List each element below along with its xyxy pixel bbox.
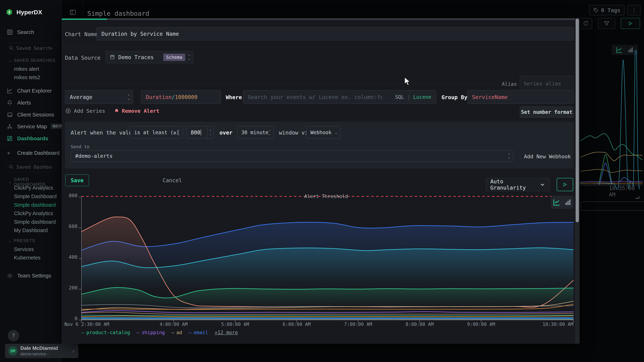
granularity-select[interactable]: Auto Granularity [486, 178, 550, 191]
add-series-button[interactable]: Add Series [65, 108, 105, 114]
alert-window-select[interactable]: 30 minute ⌃⌄ [237, 126, 274, 139]
refresh-button[interactable] [580, 18, 592, 29]
sidebar-item-alerts[interactable]: Alerts [0, 98, 62, 108]
field-expression[interactable]: Duration/1000000 [141, 90, 221, 104]
create-dashboard-button[interactable]: + Create Dashboard [0, 148, 62, 158]
alias-input[interactable] [520, 76, 573, 91]
saved-dashboard-item-active[interactable]: Simple dashboard [14, 202, 56, 208]
alert-prefix: Alert when the value [71, 130, 135, 136]
saved-dashboard-item: Simple dashboard [14, 219, 56, 225]
legend-item[interactable]: —shipping [136, 330, 165, 335]
alias-field[interactable] [520, 76, 574, 91]
alias-label: Alias [502, 81, 517, 87]
data-source-value: Demo Traces [118, 54, 163, 60]
legend-item[interactable]: —product-catalog [82, 330, 130, 335]
add-new-webhook-link[interactable]: Add New Webhook [524, 154, 571, 160]
screen: 0 Tags ⋮ 10:35:00 AM Simple dashboard Hy… [0, 0, 644, 362]
refresh-icon [583, 20, 589, 26]
legend-item[interactable]: —email [188, 330, 208, 335]
sidebar-item-team-settings[interactable]: Team Settings [0, 271, 62, 281]
where-field[interactable]: SQL | Lucene [243, 90, 436, 104]
background-axis-time: 10:35:00 AM [609, 185, 644, 198]
alert-channel-select[interactable]: Webhook ⌄ [306, 126, 340, 139]
background-run-button[interactable] [621, 18, 640, 29]
kebab-icon: ⋮ [631, 6, 637, 14]
alert-threshold-label: Alert Threshold [299, 193, 353, 199]
sidebar-divider [0, 144, 62, 144]
saved-dashboard-item[interactable]: Simple Dashboard [14, 193, 57, 199]
chevron-down-icon: ⌄ [8, 238, 12, 243]
save-button[interactable]: Save [65, 175, 89, 186]
legend-item[interactable]: —ad [171, 330, 182, 335]
tab-indicator [62, 18, 107, 20]
chevron-down-icon: ⌄ [8, 180, 12, 184]
y-tick-label: 600 [58, 223, 78, 229]
select-chevrons-icon: ⌄ [335, 131, 337, 134]
select-chevrons-icon: ⌃⌄ [178, 130, 180, 135]
page-title: Simple dashboard [87, 10, 149, 17]
chart-type-toggle[interactable] [551, 196, 574, 209]
alert-condition-select[interactable]: is at least (≥) ⌃⌄ [130, 126, 183, 139]
saved-searches-header[interactable]: ⌄ SAVED SEARCHES [8, 58, 56, 63]
chart-legend: —product-catalog —shipping —ad —email +1… [82, 329, 238, 336]
saved-searches-search[interactable] [5, 43, 57, 53]
chart-name-label: Chart Name [65, 31, 97, 37]
gear-icon [7, 273, 13, 279]
aggregation-select[interactable]: Average ⌃⌄ [65, 90, 133, 104]
help-button[interactable]: ? [8, 330, 19, 341]
sidebar-collapse-icon[interactable] [70, 9, 76, 16]
select-chevrons-icon: ⌃⌄ [128, 95, 130, 100]
saved-dashboard-item[interactable]: ClickPy Analytics [14, 185, 53, 191]
x-tick-label: Nov 6 2:30:00 AM [64, 322, 109, 327]
sidebar-item-client-sessions[interactable]: Client Sessions [0, 110, 62, 120]
webhook-destination-select[interactable]: #demo-alerts ⌃⌄ [71, 150, 513, 162]
preset-item[interactable]: Services [14, 246, 34, 252]
schema-badge[interactable]: Schema [163, 54, 185, 61]
tags-button[interactable]: 0 Tags [589, 5, 624, 15]
duration-chart[interactable] [78, 195, 577, 324]
saved-dashboard-item[interactable]: My Dashboard [14, 227, 48, 233]
alert-threshold-field[interactable]: 800 ⌃⌄ [186, 126, 214, 139]
dashboards-grid-icon [7, 136, 13, 141]
cancel-button[interactable]: Cancel [160, 175, 185, 186]
chart-name-field[interactable] [96, 27, 574, 40]
x-tick-label: 6:00:00 AM [283, 322, 311, 327]
y-tick-label: 200 [58, 285, 78, 291]
lucene-toggle[interactable]: Lucene [413, 94, 431, 100]
saved-search-item[interactable]: mikes tets2 [14, 74, 40, 80]
data-source-label: Data Source [65, 55, 100, 61]
chart-name-input[interactable] [97, 27, 573, 40]
service-map-icon [7, 124, 13, 129]
legend-more-link[interactable]: +12 more [215, 330, 238, 335]
saved-searches-input[interactable] [16, 45, 52, 51]
x-tick-label: 9:00:00 AM [467, 322, 495, 327]
preset-item[interactable]: Kubernetes [14, 255, 40, 261]
group-by-field[interactable]: ServiceName [467, 90, 574, 104]
resize-handle-icon[interactable] [636, 196, 639, 199]
set-number-format-button[interactable]: Set number format [520, 107, 574, 118]
scrollbar-thumb[interactable] [576, 18, 579, 222]
saved-dashboards-search[interactable] [5, 162, 57, 172]
data-source-select[interactable]: Demo Traces Schema ⌃⌄ [106, 51, 193, 63]
brand[interactable]: HyperDX [0, 7, 62, 17]
sidebar-item-chart-explorer[interactable]: Chart Explorer [0, 86, 62, 96]
query-language-toggle[interactable]: SQL | Lucene [395, 94, 431, 100]
saved-search-item[interactable]: mikes alert [14, 66, 39, 72]
sidebar-item-search[interactable]: Search [0, 27, 62, 37]
group-by-value: ServiceName [472, 94, 508, 100]
plus-icon: + [7, 150, 13, 157]
more-options-button[interactable]: ⋮ [627, 5, 640, 15]
tab-indicator-track [107, 18, 575, 20]
database-icon [110, 54, 115, 60]
number-stepper[interactable]: ⌃⌄ [207, 126, 214, 139]
sidebar-item-dashboards[interactable]: Dashboards [0, 134, 62, 144]
filter-button[interactable] [598, 18, 615, 29]
run-query-button[interactable] [557, 178, 573, 191]
user-card[interactable]: DM Dale McDiarmid demo-service - › [5, 344, 78, 358]
presets-header[interactable]: ⌄ PRESETS [8, 238, 35, 243]
saved-dashboards-input[interactable] [16, 164, 52, 170]
chart-editor-drawer: Chart Name Data Source Demo Traces Schem… [62, 18, 580, 344]
select-chevrons-icon: ⌃⌄ [188, 55, 190, 60]
saved-dashboard-item[interactable]: ClickPy Analytics [14, 210, 53, 216]
remove-alert-button[interactable]: Remove Alert [114, 108, 160, 114]
